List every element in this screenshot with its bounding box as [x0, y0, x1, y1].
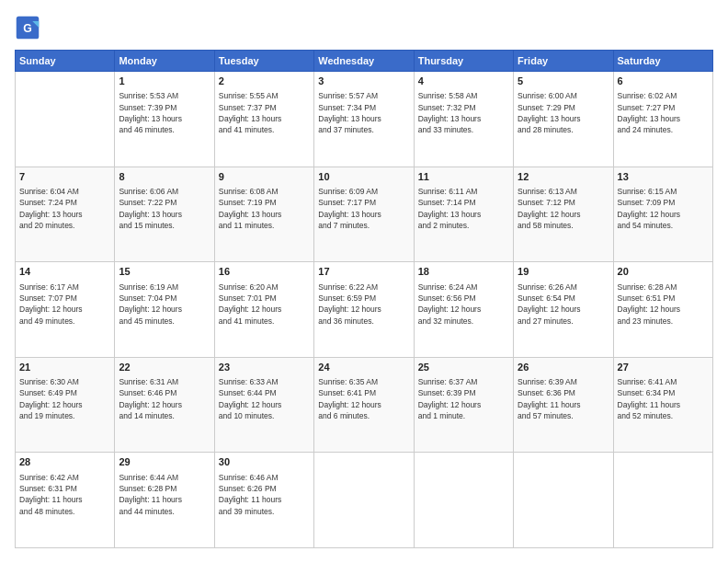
day-number: 11 [418, 170, 509, 184]
day-number: 6 [618, 75, 709, 88]
weekday-header-row: SundayMondayTuesdayWednesdayThursdayFrid… [16, 51, 713, 72]
weekday-header-thursday: Thursday [414, 51, 513, 72]
calendar-table: SundayMondayTuesdayWednesdayThursdayFrid… [15, 50, 713, 548]
cell-info: Sunrise: 5:53 AM Sunset: 7:39 PM Dayligh… [119, 90, 210, 135]
calendar-cell: 21Sunrise: 6:30 AM Sunset: 6:49 PM Dayli… [16, 357, 115, 453]
calendar-cell: 22Sunrise: 6:31 AM Sunset: 6:46 PM Dayli… [115, 357, 214, 453]
svg-text:G: G [23, 22, 32, 35]
day-number: 17 [318, 265, 409, 279]
calendar-cell: 17Sunrise: 6:22 AM Sunset: 6:59 PM Dayli… [314, 262, 414, 358]
day-number: 19 [518, 265, 609, 279]
day-number: 15 [119, 265, 210, 279]
cell-info: Sunrise: 6:04 AM Sunset: 7:24 PM Dayligh… [19, 186, 110, 231]
day-number: 3 [318, 75, 409, 88]
weekday-header-friday: Friday [514, 51, 613, 72]
day-number: 8 [119, 170, 210, 184]
cell-info: Sunrise: 6:37 AM Sunset: 6:39 PM Dayligh… [418, 376, 509, 421]
day-number: 9 [219, 170, 310, 184]
calendar-cell [314, 453, 414, 548]
calendar-cell: 11Sunrise: 6:11 AM Sunset: 7:14 PM Dayli… [414, 167, 513, 262]
cell-info: Sunrise: 5:55 AM Sunset: 7:37 PM Dayligh… [219, 90, 310, 135]
calendar-cell: 1Sunrise: 5:53 AM Sunset: 7:39 PM Daylig… [115, 72, 214, 167]
calendar-cell: 12Sunrise: 6:13 AM Sunset: 7:12 PM Dayli… [514, 167, 613, 262]
day-number: 26 [518, 361, 609, 374]
cell-info: Sunrise: 6:33 AM Sunset: 6:44 PM Dayligh… [219, 376, 310, 421]
cell-info: Sunrise: 6:06 AM Sunset: 7:22 PM Dayligh… [119, 186, 210, 231]
cell-info: Sunrise: 6:02 AM Sunset: 7:27 PM Dayligh… [618, 90, 709, 135]
calendar-week-1: 1Sunrise: 5:53 AM Sunset: 7:39 PM Daylig… [16, 72, 713, 167]
calendar-cell: 7Sunrise: 6:04 AM Sunset: 7:24 PM Daylig… [16, 167, 115, 262]
calendar-cell: 26Sunrise: 6:39 AM Sunset: 6:36 PM Dayli… [514, 357, 613, 453]
calendar-cell: 18Sunrise: 6:24 AM Sunset: 6:56 PM Dayli… [414, 262, 513, 358]
cell-info: Sunrise: 6:30 AM Sunset: 6:49 PM Dayligh… [19, 376, 110, 421]
cell-info: Sunrise: 6:24 AM Sunset: 6:56 PM Dayligh… [418, 282, 509, 327]
day-number: 21 [19, 361, 110, 374]
cell-info: Sunrise: 6:17 AM Sunset: 7:07 PM Dayligh… [19, 282, 110, 327]
logo-icon: G [15, 15, 40, 40]
day-number: 16 [219, 265, 310, 279]
cell-info: Sunrise: 6:41 AM Sunset: 6:34 PM Dayligh… [618, 376, 709, 421]
calendar-cell: 20Sunrise: 6:28 AM Sunset: 6:51 PM Dayli… [613, 262, 712, 358]
day-number: 28 [19, 455, 110, 469]
cell-info: Sunrise: 6:00 AM Sunset: 7:29 PM Dayligh… [518, 90, 609, 135]
calendar-week-4: 21Sunrise: 6:30 AM Sunset: 6:49 PM Dayli… [16, 357, 713, 453]
calendar-cell: 14Sunrise: 6:17 AM Sunset: 7:07 PM Dayli… [16, 262, 115, 358]
cell-info: Sunrise: 6:44 AM Sunset: 6:28 PM Dayligh… [119, 472, 210, 517]
day-number: 7 [19, 170, 110, 184]
calendar-cell: 10Sunrise: 6:09 AM Sunset: 7:17 PM Dayli… [314, 167, 414, 262]
calendar-week-3: 14Sunrise: 6:17 AM Sunset: 7:07 PM Dayli… [16, 262, 713, 358]
calendar-cell: 30Sunrise: 6:46 AM Sunset: 6:26 PM Dayli… [214, 453, 313, 548]
weekday-header-tuesday: Tuesday [214, 51, 313, 72]
cell-info: Sunrise: 6:20 AM Sunset: 7:01 PM Dayligh… [219, 282, 310, 327]
cell-info: Sunrise: 6:35 AM Sunset: 6:41 PM Dayligh… [318, 376, 409, 421]
calendar-cell: 4Sunrise: 5:58 AM Sunset: 7:32 PM Daylig… [414, 72, 513, 167]
cell-info: Sunrise: 6:28 AM Sunset: 6:51 PM Dayligh… [618, 282, 709, 327]
weekday-header-wednesday: Wednesday [314, 51, 414, 72]
cell-info: Sunrise: 6:09 AM Sunset: 7:17 PM Dayligh… [318, 186, 409, 231]
day-number: 2 [219, 75, 310, 88]
calendar-week-5: 28Sunrise: 6:42 AM Sunset: 6:31 PM Dayli… [16, 453, 713, 548]
cell-info: Sunrise: 5:57 AM Sunset: 7:34 PM Dayligh… [318, 90, 409, 135]
calendar-cell: 16Sunrise: 6:20 AM Sunset: 7:01 PM Dayli… [214, 262, 313, 358]
cell-info: Sunrise: 6:22 AM Sunset: 6:59 PM Dayligh… [318, 282, 409, 327]
cell-info: Sunrise: 6:46 AM Sunset: 6:26 PM Dayligh… [219, 472, 310, 517]
calendar-cell [16, 72, 115, 167]
calendar-week-2: 7Sunrise: 6:04 AM Sunset: 7:24 PM Daylig… [16, 167, 713, 262]
day-number: 29 [119, 455, 210, 469]
cell-info: Sunrise: 6:15 AM Sunset: 7:09 PM Dayligh… [618, 186, 709, 231]
cell-info: Sunrise: 6:26 AM Sunset: 6:54 PM Dayligh… [518, 282, 609, 327]
cell-info: Sunrise: 6:13 AM Sunset: 7:12 PM Dayligh… [518, 186, 609, 231]
calendar-cell: 23Sunrise: 6:33 AM Sunset: 6:44 PM Dayli… [214, 357, 313, 453]
calendar-cell: 8Sunrise: 6:06 AM Sunset: 7:22 PM Daylig… [115, 167, 214, 262]
weekday-header-sunday: Sunday [16, 51, 115, 72]
calendar-cell: 28Sunrise: 6:42 AM Sunset: 6:31 PM Dayli… [16, 453, 115, 548]
calendar-cell: 5Sunrise: 6:00 AM Sunset: 7:29 PM Daylig… [514, 72, 613, 167]
cell-info: Sunrise: 6:42 AM Sunset: 6:31 PM Dayligh… [19, 472, 110, 517]
calendar-cell [414, 453, 513, 548]
calendar-cell: 6Sunrise: 6:02 AM Sunset: 7:27 PM Daylig… [613, 72, 712, 167]
calendar-cell: 25Sunrise: 6:37 AM Sunset: 6:39 PM Dayli… [414, 357, 513, 453]
day-number: 25 [418, 361, 509, 374]
day-number: 10 [318, 170, 409, 184]
logo: G [15, 15, 44, 40]
day-number: 14 [19, 265, 110, 279]
day-number: 13 [618, 170, 709, 184]
cell-info: Sunrise: 6:31 AM Sunset: 6:46 PM Dayligh… [119, 376, 210, 421]
cell-info: Sunrise: 6:08 AM Sunset: 7:19 PM Dayligh… [219, 186, 310, 231]
day-number: 5 [518, 75, 609, 88]
day-number: 22 [119, 361, 210, 374]
day-number: 30 [219, 455, 310, 469]
calendar-cell [514, 453, 613, 548]
page: G SundayMondayTuesdayWednesdayThursdayFr… [0, 0, 728, 563]
cell-info: Sunrise: 6:39 AM Sunset: 6:36 PM Dayligh… [518, 376, 609, 421]
weekday-header-monday: Monday [115, 51, 214, 72]
cell-info: Sunrise: 6:11 AM Sunset: 7:14 PM Dayligh… [418, 186, 509, 231]
cell-info: Sunrise: 6:19 AM Sunset: 7:04 PM Dayligh… [119, 282, 210, 327]
calendar-cell: 9Sunrise: 6:08 AM Sunset: 7:19 PM Daylig… [214, 167, 313, 262]
calendar-cell: 27Sunrise: 6:41 AM Sunset: 6:34 PM Dayli… [613, 357, 712, 453]
header: G [15, 15, 713, 40]
calendar-cell: 3Sunrise: 5:57 AM Sunset: 7:34 PM Daylig… [314, 72, 414, 167]
calendar-cell: 15Sunrise: 6:19 AM Sunset: 7:04 PM Dayli… [115, 262, 214, 358]
day-number: 1 [119, 75, 210, 88]
cell-info: Sunrise: 5:58 AM Sunset: 7:32 PM Dayligh… [418, 90, 509, 135]
